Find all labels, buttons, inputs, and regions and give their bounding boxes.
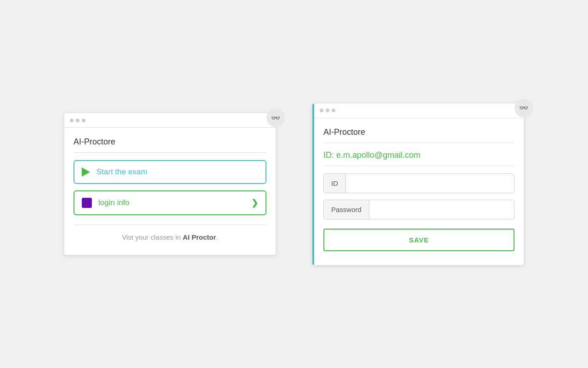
divider [74,224,266,225]
right-panel-title: AI-Proctore [323,127,514,143]
visit-text-normal: Vist your classes in [122,233,183,241]
password-input-label: Password [324,200,369,219]
top-bar-dots-left [70,119,85,122]
start-exam-button[interactable]: Start the exam [74,160,266,184]
glasses-button-left[interactable]: 👓 [266,109,285,127]
visit-text: Vist your classes in AI Proctor. [74,233,266,241]
dot-3 [82,119,85,122]
dot-r2 [326,109,329,112]
login-info-button[interactable]: login info ❯ [74,190,266,215]
user-id-display: ID: e.m.apollo@gmail.com [323,150,514,166]
id-input-row: ID [323,173,514,193]
right-panel-wrapper: 👓 AI-Proctore ID: e.m.apollo@gmail.com I… [312,104,524,265]
top-bar-left [64,113,276,128]
visit-text-bold: AI Proctor [183,233,216,241]
dot-2 [76,119,79,122]
left-panel-title: AI-Proctore [74,137,266,153]
save-button[interactable]: SAVE [323,229,514,251]
password-input-row: Password [323,200,514,219]
purple-square-icon [82,198,92,208]
id-input-label: ID [324,174,346,193]
left-panel-body: AI-Proctore Start the exam login info ❯ … [64,128,276,255]
left-side-bar [312,104,314,265]
login-info-left: login info [82,198,130,208]
glasses-icon-left: 👓 [271,114,280,122]
play-icon [82,167,90,177]
dot-r3 [332,109,335,112]
left-panel: AI-Proctore Start the exam login info ❯ … [64,113,276,255]
password-input[interactable] [369,200,514,219]
top-bar-dots-right [320,109,335,112]
dot-r1 [320,109,323,112]
visit-text-end: . [216,233,218,241]
left-panel-wrapper: 👓 AI-Proctore Start the exam login info … [64,113,276,255]
top-bar-right [312,104,524,118]
right-panel-body: AI-Proctore ID: e.m.apollo@gmail.com ID … [312,118,524,265]
start-exam-label: Start the exam [96,167,147,177]
id-input[interactable] [346,174,514,193]
dot-1 [70,119,74,122]
right-panel: AI-Proctore ID: e.m.apollo@gmail.com ID … [312,104,524,265]
chevron-right-icon: ❯ [251,198,258,208]
glasses-button-right[interactable]: 👓 [514,99,533,117]
glasses-icon-right: 👓 [519,104,528,112]
login-info-label: login info [98,198,130,207]
